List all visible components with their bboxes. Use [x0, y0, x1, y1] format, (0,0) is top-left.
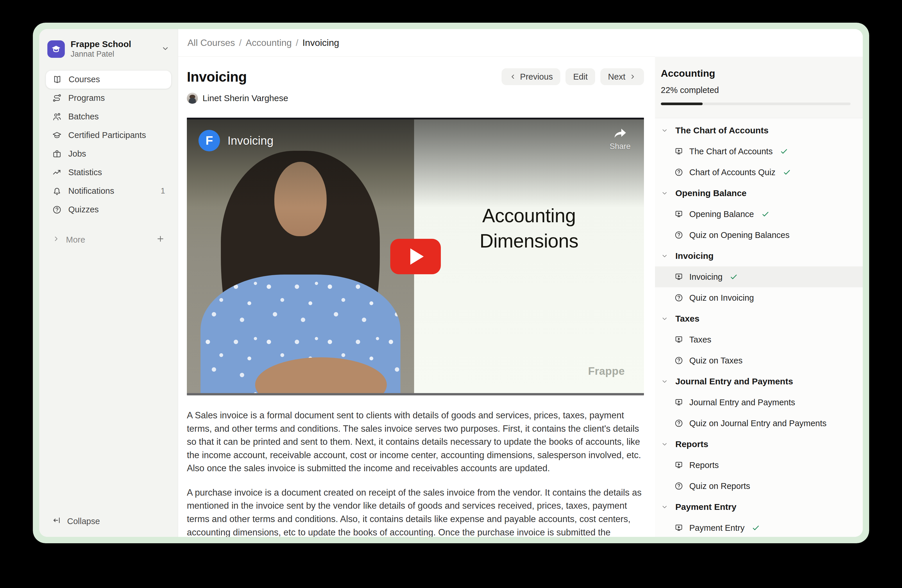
- frappe-watermark: Frappe: [588, 365, 625, 377]
- sidebar-item-batches[interactable]: Batches: [45, 108, 171, 126]
- quiz-item-quiz-on-journal-entry-and-payments[interactable]: Quiz on Journal Entry and Payments: [655, 413, 863, 434]
- breadcrumb-separator: /: [239, 38, 242, 48]
- book-open-icon: [52, 75, 62, 84]
- share-button[interactable]: Share: [610, 128, 631, 151]
- section-header-payment-entry[interactable]: Payment Entry: [655, 496, 863, 518]
- quiz-item-quiz-on-reports[interactable]: Quiz on Reports: [655, 475, 863, 496]
- lesson-paragraph: A purchase invoice is a document created…: [187, 486, 644, 537]
- page-title: Invoicing: [187, 69, 247, 85]
- lesson-item-the-chart-of-accounts[interactable]: The Chart of Accounts: [655, 141, 863, 162]
- author-row: Linet Sherin Varghese: [187, 93, 644, 104]
- completed-check-icon: [783, 168, 791, 177]
- course-outline-panel: Accounting 22% completed The Chart of Ac…: [655, 29, 863, 537]
- sidebar: Frappe School Jannat Patel CoursesProgra…: [39, 29, 178, 537]
- lesson-content: Invoicing Previous Edit Nex: [178, 57, 655, 537]
- monitor-play-icon: [674, 523, 683, 533]
- completed-check-icon: [780, 147, 788, 156]
- monitor-play-icon: [674, 460, 683, 470]
- monitor-play-icon: [674, 335, 683, 344]
- briefcase-icon: [52, 149, 62, 159]
- sidebar-item-programs[interactable]: Programs: [45, 89, 171, 108]
- workspace-user: Jannat Patel: [70, 49, 155, 59]
- trending-up-icon: [52, 167, 62, 178]
- quiz-item-quiz-on-opening-balances[interactable]: Quiz on Opening Balances: [655, 225, 863, 246]
- frappe-school-logo: [47, 41, 65, 58]
- lesson-item-payment-entry[interactable]: Payment Entry: [655, 518, 863, 537]
- video-progress-bar[interactable]: [187, 393, 644, 396]
- play-button[interactable]: [390, 239, 441, 274]
- sidebar-item-courses[interactable]: Courses: [45, 70, 171, 89]
- main-area: All Courses / Accounting / Invoicing Inv…: [178, 29, 655, 537]
- check-icon: [730, 272, 738, 281]
- bell-icon: [52, 186, 62, 196]
- check-icon: [752, 524, 760, 532]
- plus-icon[interactable]: [156, 234, 165, 246]
- notification-count: 1: [161, 186, 165, 195]
- lesson-item-invoicing[interactable]: Invoicing: [655, 266, 863, 287]
- graduation-cap-icon: [52, 130, 62, 140]
- lesson-item-opening-balance[interactable]: Opening Balance: [655, 204, 863, 225]
- completed-check-icon: [761, 210, 770, 219]
- collapse-label: Collapse: [67, 516, 100, 526]
- sidebar-item-notifications[interactable]: Notifications1: [45, 182, 171, 200]
- help-circle-icon: [674, 293, 683, 302]
- video-header: F Invoicing: [199, 130, 274, 152]
- users-icon: [52, 112, 62, 122]
- lesson-item-journal-entry-and-payments[interactable]: Journal Entry and Payments: [655, 392, 863, 413]
- monitor-play-icon: [674, 398, 683, 407]
- chevron-down-icon[interactable]: [161, 44, 170, 54]
- breadcrumb-course[interactable]: Accounting: [246, 38, 292, 48]
- workspace-switcher[interactable]: Frappe School Jannat Patel: [45, 38, 171, 60]
- chevron-down-icon: [661, 315, 669, 322]
- video-title[interactable]: Invoicing: [227, 134, 274, 147]
- sidebar-item-jobs[interactable]: Jobs: [45, 145, 171, 163]
- progress-label: 22% completed: [661, 85, 850, 95]
- share-label: Share: [610, 142, 631, 151]
- chevron-right-icon: [52, 235, 60, 245]
- collapse-button[interactable]: Collapse: [52, 516, 100, 527]
- chevron-down-icon: [661, 440, 669, 448]
- section-header-the-chart-of-accounts[interactable]: The Chart of Accounts: [655, 120, 863, 141]
- sidebar-item-quizzes[interactable]: Quizzes: [45, 200, 171, 219]
- breadcrumb-all-courses[interactable]: All Courses: [188, 38, 235, 48]
- chevron-down-icon: [661, 503, 669, 511]
- section-header-opening-balance[interactable]: Opening Balance: [655, 183, 863, 204]
- breadcrumb-separator: /: [296, 38, 298, 48]
- check-icon: [783, 168, 791, 177]
- monitor-play-icon: [674, 210, 683, 219]
- check-icon: [780, 147, 788, 156]
- completed-check-icon: [752, 524, 760, 532]
- sidebar-item-certified-participants[interactable]: Certified Participants: [45, 126, 171, 145]
- previous-button[interactable]: Previous: [501, 68, 561, 85]
- help-circle-icon: [674, 230, 683, 240]
- video-player[interactable]: Accounting Dimensions Frappe F Invoicing: [187, 118, 644, 396]
- section-header-taxes[interactable]: Taxes: [655, 308, 863, 329]
- section-header-journal-entry-and-payments[interactable]: Journal Entry and Payments: [655, 371, 863, 392]
- sidebar-nav: CoursesProgramsBatchesCertified Particip…: [45, 70, 171, 219]
- channel-avatar[interactable]: F: [199, 130, 220, 152]
- section-header-invoicing[interactable]: Invoicing: [655, 246, 863, 266]
- route-icon: [52, 93, 62, 103]
- sidebar-more[interactable]: More: [45, 231, 171, 249]
- breadcrumb: All Courses / Accounting / Invoicing: [178, 29, 655, 57]
- chevron-down-icon: [661, 378, 669, 385]
- edit-button[interactable]: Edit: [565, 68, 595, 85]
- workspace-name: Frappe School: [70, 39, 155, 49]
- next-button[interactable]: Next: [600, 68, 644, 85]
- lesson-item-reports[interactable]: Reports: [655, 455, 863, 475]
- section-header-reports[interactable]: Reports: [655, 434, 863, 455]
- slide-title: Accounting Dimensions: [414, 203, 644, 253]
- progress-fill: [661, 103, 703, 105]
- frappe-school-app: Frappe School Jannat Patel CoursesProgra…: [39, 29, 863, 537]
- course-progress-header: Accounting 22% completed: [655, 57, 863, 118]
- lesson-item-taxes[interactable]: Taxes: [655, 329, 863, 350]
- sidebar-more-label: More: [66, 235, 150, 245]
- sidebar-item-statistics[interactable]: Statistics: [45, 163, 171, 182]
- monitor-play-icon: [674, 147, 683, 156]
- quiz-item-quiz-on-invoicing[interactable]: Quiz on Invoicing: [655, 287, 863, 308]
- quiz-item-quiz-on-taxes[interactable]: Quiz on Taxes: [655, 350, 863, 371]
- completed-check-icon: [730, 272, 738, 281]
- app-window: Frappe School Jannat Patel CoursesProgra…: [33, 23, 869, 543]
- quiz-item-chart-of-accounts-quiz[interactable]: Chart of Accounts Quiz: [655, 162, 863, 183]
- progress-bar: [661, 103, 850, 105]
